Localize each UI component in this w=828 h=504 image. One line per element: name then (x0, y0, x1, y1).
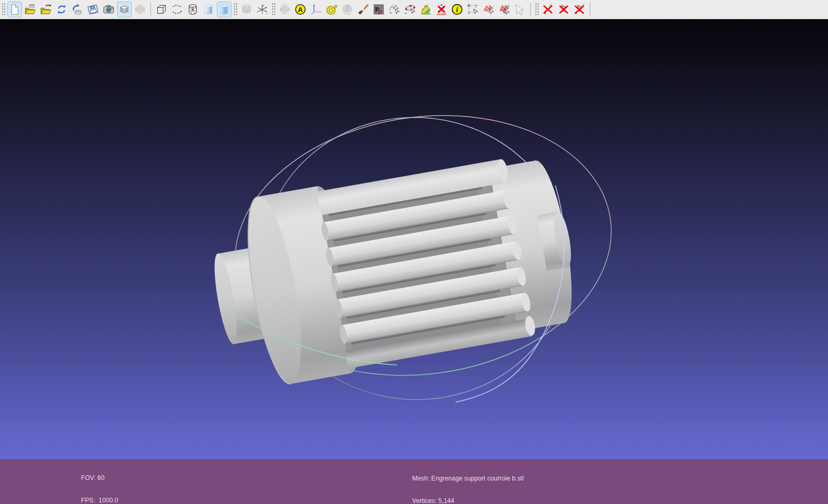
select-faces-rect-button[interactable] (497, 2, 511, 17)
delete-selected-faces-button[interactable] (556, 2, 571, 17)
axes-arrows-icon: yzx (256, 3, 269, 16)
georef-button[interactable]: GEOREF (434, 2, 449, 17)
render-smooth-button[interactable] (217, 2, 231, 17)
new-empty-project-button[interactable] (7, 2, 22, 17)
show-labels-button[interactable]: A (293, 2, 308, 17)
letter-a-badge-icon: A (294, 3, 307, 16)
raster-camera-icon (341, 3, 354, 16)
svg-text:P: P (378, 8, 382, 16)
pickpoints-icon: PP (372, 3, 385, 16)
plane-picking-button[interactable] (403, 2, 417, 17)
axis-corner-icon (310, 3, 322, 16)
3d-viewport[interactable]: FOV: 60 FPS: 1000.0 BO_RENDERING Mesh: E… (0, 19, 828, 504)
camera-icon (102, 3, 115, 16)
globe-icon (278, 3, 291, 16)
svg-text:z: z (256, 10, 258, 13)
render-hud: FOV: 60 FPS: 1000.0 BO_RENDERING (81, 460, 132, 504)
fps-label: FPS: 1000.0 (81, 497, 132, 504)
measure-tool-button[interactable] (324, 2, 339, 17)
save-snapshot-button[interactable] (101, 2, 116, 17)
fov-label: FOV: 60 (81, 474, 132, 482)
paint-brush-icon (357, 3, 369, 16)
tape-measure-icon (325, 3, 338, 16)
move-arrow-icon (514, 3, 526, 16)
reload-icon (55, 3, 68, 16)
svg-text:x: x (266, 12, 267, 15)
svg-text:y: y (263, 4, 264, 6)
open-project-button[interactable] (23, 2, 38, 17)
select-faces-icon (482, 3, 495, 16)
show-raster-button[interactable] (133, 2, 147, 17)
stacked-layers-icon (240, 3, 253, 16)
mesh-name-label: Mesh: Engrenage support courroie b.stl (412, 475, 523, 482)
flat-cylinder-icon (202, 3, 215, 16)
toolbar-drag-handle[interactable] (234, 3, 237, 16)
select-faces-button[interactable] (481, 2, 496, 17)
delete-selected-vertices-button[interactable] (541, 2, 555, 17)
delete-faces-and-vertices-button[interactable] (572, 2, 587, 17)
new-document-icon (8, 3, 21, 16)
render-points-button[interactable] (170, 2, 184, 17)
mesh-info-button[interactable]: i (450, 2, 464, 17)
wireframe-icon (186, 3, 199, 16)
paint-tool-button[interactable] (356, 2, 370, 17)
reload-mesh-button[interactable] (54, 2, 69, 17)
delete-faces-icon (557, 3, 570, 16)
open-project-icon (24, 3, 37, 16)
export-mesh-icon (71, 3, 84, 16)
select-faces-rect-icon (498, 3, 510, 16)
export-mesh-button[interactable] (70, 2, 85, 17)
render-bbox-button[interactable] (154, 2, 169, 17)
export-mesh-as-button[interactable] (86, 2, 100, 17)
disc-picker-icon (404, 3, 416, 16)
points-icon (171, 3, 183, 16)
select-rect-icon (467, 3, 479, 16)
bounding-box-icon (155, 3, 168, 16)
quality-mapper-button[interactable] (418, 2, 433, 17)
main-toolbar: yzx A PP GEOREF i (0, 0, 828, 19)
import-mesh-icon (40, 3, 52, 16)
delete-vertices-icon (542, 3, 554, 16)
georef-x-icon: GEOREF (435, 3, 448, 16)
svg-text:GEOREF: GEOREF (437, 13, 447, 16)
point-picking-button[interactable] (387, 2, 402, 17)
import-mesh-button[interactable] (39, 2, 53, 17)
layers-icon (118, 3, 131, 16)
texture-toggle-button[interactable] (239, 2, 254, 17)
globe-tool-button[interactable] (277, 2, 292, 17)
3d-canvas[interactable] (0, 19, 828, 504)
toolbar-drag-handle[interactable] (535, 3, 539, 16)
smooth-cylinder-icon (218, 3, 230, 16)
mesh-model (202, 145, 586, 394)
raster-alignment-button[interactable] (340, 2, 355, 17)
mesh-stats-hud: Mesh: Engrenage support courroie b.stl V… (412, 460, 523, 504)
svg-text:i: i (456, 6, 458, 14)
info-icon: i (451, 3, 463, 16)
vertices-count-label: Vertices: 5,144 (412, 497, 523, 504)
show-axes-button[interactable]: yzx (255, 2, 270, 17)
pick-points-button[interactable]: PP (371, 2, 386, 17)
select-vertices-button[interactable] (465, 2, 480, 17)
toolbar-separator (150, 3, 151, 16)
globe-icon (134, 3, 146, 16)
delete-faces-vertices-icon (573, 3, 586, 16)
rainbow-bunny-icon (419, 3, 432, 16)
floppy-disk-icon (87, 3, 99, 16)
manipulator-button[interactable] (512, 2, 527, 17)
toolbar-drag-handle[interactable] (272, 3, 275, 16)
show-layers-button[interactable] (117, 2, 132, 17)
svg-text:A: A (298, 6, 303, 14)
toolbar-separator (590, 3, 590, 16)
axis-tripod-button[interactable] (309, 2, 323, 17)
toolbar-drag-handle[interactable] (2, 3, 5, 16)
toolbar-separator (530, 3, 531, 16)
ripple-picker-icon (388, 3, 401, 16)
render-wireframe-button[interactable] (185, 2, 200, 17)
render-flat-button[interactable] (201, 2, 216, 17)
